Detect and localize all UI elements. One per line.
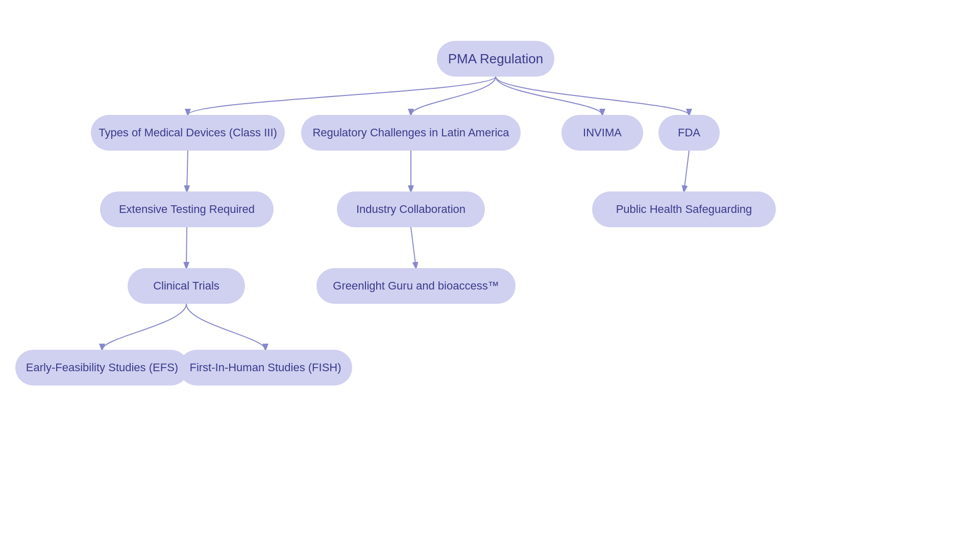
svg-line-2 xyxy=(684,151,689,191)
node-greenlight: Greenlight Guru and bioaccess™ xyxy=(316,268,516,304)
diagram-container: PMA Regulation Types of Medical Devices … xyxy=(0,0,980,553)
node-efs: Early-Feasibility Studies (EFS) xyxy=(15,350,189,386)
node-public-health: Public Health Safeguarding xyxy=(592,191,776,227)
node-invima: INVIMA xyxy=(561,115,643,151)
node-reg-challenges: Regulatory Challenges in Latin America xyxy=(301,115,521,151)
node-extensive-testing: Extensive Testing Required xyxy=(100,191,274,227)
svg-line-3 xyxy=(186,227,187,268)
node-medical-devices: Types of Medical Devices (Class III) xyxy=(91,115,285,151)
node-pma: PMA Regulation xyxy=(437,41,554,77)
node-clinical-trials: Clinical Trials xyxy=(128,268,245,304)
svg-line-4 xyxy=(411,227,416,268)
node-industry-collab: Industry Collaboration xyxy=(337,191,485,227)
node-fish: First-In-Human Studies (FISH) xyxy=(179,350,352,386)
svg-line-0 xyxy=(187,151,188,191)
node-fda: FDA xyxy=(658,115,720,151)
